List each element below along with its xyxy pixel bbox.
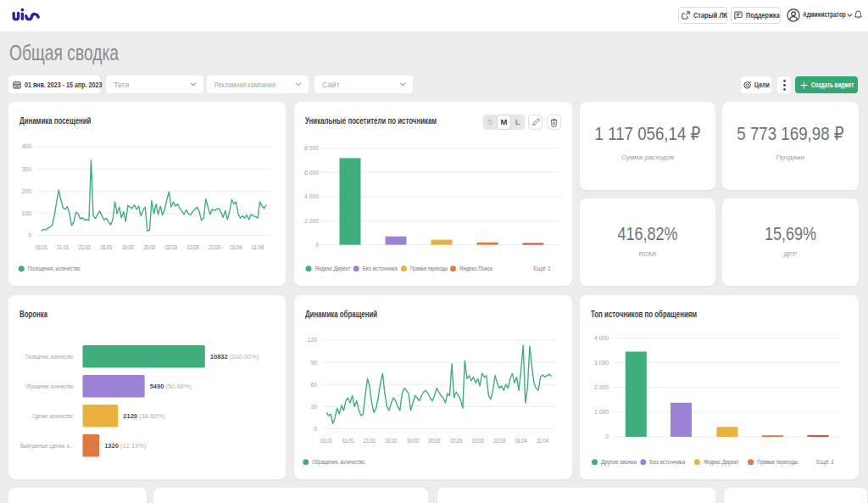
svg-text:0: 0 [28, 232, 31, 238]
svg-text:Обращения, количество: Обращения, количество [25, 383, 73, 390]
svg-text:Прямые переходы: Прямые переходы [410, 265, 448, 272]
svg-text:22.03: 22.03 [209, 244, 221, 250]
svg-text:11.01: 11.01 [342, 438, 354, 444]
svg-text:6 000: 6 000 [304, 170, 319, 176]
svg-text:Обращения, количество: Обращения, количество [312, 458, 364, 466]
svg-text:Другие звонки: Другие звонки [601, 458, 637, 466]
svg-text:20.02: 20.02 [143, 244, 156, 250]
svg-text:12.03: 12.03 [186, 244, 199, 250]
svg-text:120: 120 [308, 337, 318, 343]
svg-text:8 000: 8 000 [304, 145, 319, 151]
svg-text:Яндекс.Директ: Яндекс.Директ [704, 458, 740, 466]
svg-text:01.04: 01.04 [515, 438, 527, 444]
svg-text:0: 0 [605, 433, 609, 439]
svg-text:300: 300 [22, 166, 32, 172]
svg-text:01.01: 01.01 [320, 438, 333, 444]
svg-text:3 000: 3 000 [594, 360, 609, 366]
svg-text:1320 (12.19%): 1320 (12.19%) [104, 442, 147, 450]
svg-text:Выигранные сделки, к...: Выигранные сделки, к... [20, 443, 73, 450]
svg-text:4 000: 4 000 [304, 193, 319, 199]
svg-text:200: 200 [22, 188, 32, 194]
svg-text:Яндекс.Поиск: Яндекс.Поиск [459, 265, 493, 272]
svg-text:0: 0 [314, 426, 317, 432]
svg-text:10.02: 10.02 [407, 438, 420, 444]
svg-text:11.04: 11.04 [537, 438, 549, 444]
svg-text:2 000: 2 000 [594, 384, 609, 390]
svg-text:11.01: 11.01 [57, 244, 70, 250]
svg-text:Прямые переходы: Прямые переходы [757, 458, 798, 466]
svg-text:31.01: 31.01 [385, 438, 398, 444]
svg-text:21.01: 21.01 [364, 438, 376, 444]
svg-text:21.01: 21.01 [79, 244, 92, 250]
svg-text:Ещё 1: Ещё 1 [533, 265, 551, 272]
svg-text:Посещения, количество: Посещения, количество [25, 354, 73, 360]
svg-text:90: 90 [310, 360, 317, 366]
svg-text:Ещё 1: Ещё 1 [816, 458, 834, 466]
svg-text:02.03: 02.03 [450, 438, 463, 444]
svg-text:60: 60 [310, 382, 317, 388]
svg-text:12.03: 12.03 [471, 438, 484, 444]
svg-text:31.01: 31.01 [100, 244, 113, 250]
svg-text:10832 (100.00%): 10832 (100.00%) [210, 353, 259, 360]
svg-text:Яндекс.Директ: Яндекс.Директ [315, 265, 352, 272]
svg-text:0: 0 [315, 242, 319, 248]
svg-text:Посещения, количество: Посещения, количество [28, 265, 81, 272]
svg-text:400: 400 [22, 143, 32, 149]
svg-text:100: 100 [22, 210, 32, 216]
svg-text:01.04: 01.04 [230, 244, 242, 250]
svg-text:2 000: 2 000 [304, 218, 319, 224]
svg-text:11.04: 11.04 [252, 244, 264, 250]
svg-text:1 000: 1 000 [594, 409, 609, 415]
svg-text:20.02: 20.02 [428, 438, 441, 444]
svg-text:10.02: 10.02 [122, 244, 135, 250]
svg-text:01.01: 01.01 [36, 244, 48, 250]
svg-text:22.03: 22.03 [493, 438, 506, 444]
svg-text:30: 30 [310, 404, 317, 410]
svg-text:Сделки, количество: Сделки, количество [32, 413, 73, 420]
svg-text:Без источника: Без источника [649, 458, 686, 466]
svg-text:2120 (38.60%): 2120 (38.60%) [123, 412, 165, 420]
svg-text:02.03: 02.03 [165, 244, 178, 250]
svg-text:5490 (50.68%): 5490 (50.68%) [150, 383, 192, 390]
svg-text:4 000: 4 000 [594, 335, 609, 341]
svg-text:Без источника: Без источника [363, 265, 398, 272]
